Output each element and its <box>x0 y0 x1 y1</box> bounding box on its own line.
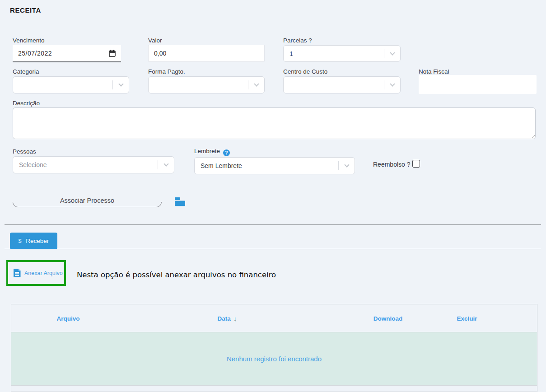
pessoas-select[interactable]: Selecione <box>13 156 174 173</box>
centro-custo-label: Centro de Custo <box>283 68 327 75</box>
parcelas-label: Parcelas ? <box>283 37 312 44</box>
receber-button[interactable]: $ Receber <box>10 233 57 249</box>
column-header-excluir: Excluir <box>457 315 477 322</box>
lembrete-label-text: Lembrete <box>194 148 220 154</box>
annotation-note: Nesta opção é possível anexar arquivos n… <box>77 271 276 279</box>
divider <box>5 249 541 249</box>
chevron-down-icon[interactable] <box>339 158 355 174</box>
empty-state-message: Nenhum registro foi encontrado <box>227 355 322 363</box>
parcelas-select[interactable]: 1 <box>283 45 401 62</box>
column-header-data[interactable]: Data ↓ <box>218 314 237 322</box>
column-header-data-label: Data <box>218 315 231 322</box>
dollar-icon: $ <box>19 238 22 244</box>
chevron-down-icon[interactable] <box>113 77 129 93</box>
anexar-highlight-box: Anexar Arquivo <box>6 260 66 286</box>
nota-fiscal-label: Nota Fiscal <box>419 68 449 75</box>
forma-pagto-select[interactable] <box>148 76 265 93</box>
parcelas-value: 1 <box>284 50 384 57</box>
divider <box>5 224 541 225</box>
attachments-table-body: Nenhum registro foi encontrado <box>11 332 537 385</box>
categoria-select[interactable] <box>13 76 129 93</box>
centro-custo-select[interactable] <box>283 76 401 93</box>
reembolso-label: Reembolso ? <box>373 161 411 168</box>
lembrete-label: Lembrete? <box>194 148 230 156</box>
valor-label: Valor <box>148 37 162 44</box>
vencimento-date-input[interactable]: 25/07/2022 <box>13 45 121 62</box>
chevron-down-icon[interactable] <box>384 46 400 61</box>
attachments-table-header: Arquivo Data ↓ Download Excluir <box>11 304 537 332</box>
chevron-down-icon[interactable] <box>158 157 174 173</box>
receber-button-label: Receber <box>26 238 49 244</box>
pessoas-label: Pessoas <box>13 148 36 155</box>
attachments-table-footer <box>11 385 537 392</box>
pessoas-value: Selecione <box>13 161 158 168</box>
lembrete-value: Sem Lembrete <box>195 162 338 169</box>
nota-fiscal-input[interactable] <box>419 75 537 94</box>
chevron-down-icon[interactable] <box>248 77 264 93</box>
reembolso-checkbox[interactable] <box>412 160 420 168</box>
lembrete-select[interactable]: Sem Lembrete <box>194 157 355 174</box>
forma-pagto-label: Forma Pagto. <box>148 68 185 75</box>
categoria-label: Categoria <box>13 68 39 75</box>
vencimento-label: Vencimento <box>13 37 45 44</box>
column-header-download: Download <box>373 315 403 322</box>
descricao-textarea[interactable] <box>13 107 536 139</box>
valor-input[interactable] <box>148 45 265 62</box>
receita-form-screen: RECEITA Vencimento 25/07/2022 Valor Parc… <box>0 0 546 392</box>
anexar-arquivo-link[interactable]: Anexar Arquivo <box>24 270 63 276</box>
descricao-label: Descrição <box>13 100 40 107</box>
sort-down-icon[interactable]: ↓ <box>233 314 237 322</box>
attachments-table: Arquivo Data ↓ Download Excluir Nenhum r… <box>11 304 537 392</box>
page-title: RECEITA <box>10 6 41 14</box>
vencimento-value: 25/07/2022 <box>18 50 52 57</box>
attach-file-icon[interactable] <box>13 268 21 278</box>
calendar-icon[interactable] <box>109 50 116 57</box>
chevron-down-icon[interactable] <box>384 77 400 93</box>
folder-icon[interactable] <box>174 197 186 208</box>
associar-processo-underline <box>13 202 162 207</box>
column-header-arquivo: Arquivo <box>56 315 79 322</box>
help-icon[interactable]: ? <box>223 149 230 156</box>
